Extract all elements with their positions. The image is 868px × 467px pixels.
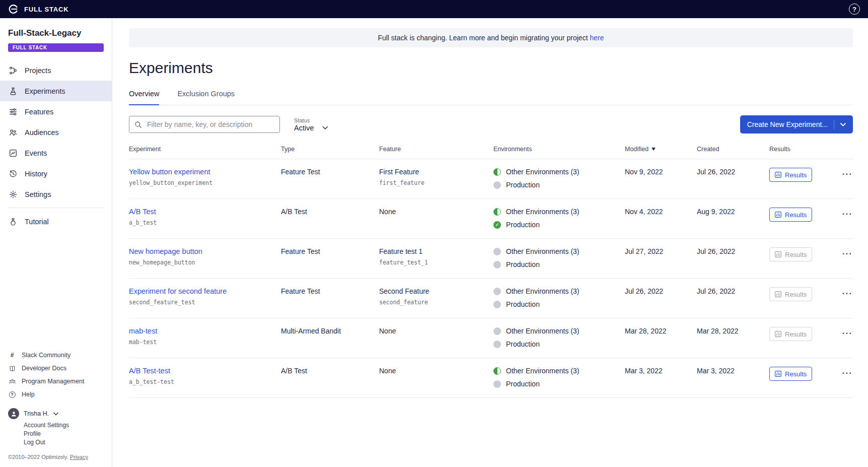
chevron-down-icon (840, 123, 846, 126)
experiment-name-link[interactable]: Experiment for second feature (129, 287, 227, 295)
column-header-feature[interactable]: Feature (379, 146, 493, 153)
projects-icon (8, 65, 18, 76)
experiment-type: Feature Test (281, 168, 379, 176)
help-icon[interactable]: ? (849, 4, 860, 15)
audiences-people-icon (8, 127, 18, 138)
privacy-link[interactable]: Privacy (70, 454, 88, 460)
sidebar-item-audiences[interactable]: Audiences (0, 122, 112, 143)
created-date: Aug 9, 2022 (697, 208, 769, 216)
sidebar-item-settings[interactable]: Settings (0, 184, 112, 205)
created-date: Jul 26, 2022 (697, 287, 769, 295)
feature-key: feature_test_1 (379, 259, 493, 266)
other-environments-label: Other Environments (3) (506, 208, 580, 216)
events-chart-icon (8, 148, 18, 158)
modified-date: Mar 28, 2022 (625, 327, 697, 335)
sidebar-item-label: Tutorial (25, 218, 49, 226)
sidebar-item-projects[interactable]: Projects (0, 60, 112, 81)
filter-search-box[interactable] (129, 116, 280, 133)
people-group-icon (8, 377, 16, 385)
created-date: Jul 26, 2022 (697, 247, 769, 255)
results-button[interactable]: Results (769, 287, 812, 301)
row-overflow-menu[interactable]: ⋯ (840, 168, 854, 180)
production-status-icon (493, 380, 501, 388)
avatar (8, 408, 19, 419)
results-button[interactable]: Results (769, 367, 812, 381)
column-header-modified[interactable]: Modified (625, 146, 697, 153)
column-header-experiment[interactable]: Experiment (129, 146, 281, 153)
footer-link-label: Help (22, 391, 35, 398)
sidebar-link-program-management[interactable]: Program Management (0, 375, 112, 388)
tab-exclusion-groups[interactable]: Exclusion Groups (177, 90, 235, 105)
row-overflow-menu[interactable]: ⋯ (840, 208, 854, 220)
sidebar-item-tutorial[interactable]: Tutorial (0, 211, 112, 232)
bar-chart-icon (775, 331, 781, 337)
sidebar-item-events[interactable]: Events (0, 143, 112, 163)
sidebar-item-label: Events (25, 149, 47, 157)
production-label: Production (506, 181, 540, 189)
footer-link-label: Program Management (22, 378, 84, 385)
experiment-name-link[interactable]: A/B Test (129, 208, 156, 216)
results-button[interactable]: Results (769, 168, 812, 182)
experiment-name-link[interactable]: Yellow button experiment (129, 168, 210, 176)
filter-input[interactable] (146, 120, 274, 129)
user-menu[interactable]: Trisha H. (8, 408, 104, 419)
production-status-icon (493, 341, 501, 348)
feature-name: Second Feature (379, 287, 493, 295)
logout-link[interactable]: Log Out (24, 438, 104, 447)
experiment-key: a_b_test (129, 219, 281, 226)
settings-gear-icon (8, 189, 18, 199)
experiment-type: Feature Test (281, 287, 379, 295)
sidebar-item-features[interactable]: Features (0, 101, 112, 122)
sidebar-item-label: Features (25, 108, 53, 116)
column-header-type[interactable]: Type (281, 146, 379, 153)
experiment-type: A/B Test (281, 367, 379, 375)
feature-key: first_feature (379, 179, 493, 186)
sidebar-link-developer-docs[interactable]: Developer Docs (0, 362, 112, 375)
brand-label: FULL STACK (24, 6, 68, 13)
feature-name: First Feature (379, 168, 493, 176)
modified-date: Jul 26, 2022 (625, 287, 697, 295)
row-overflow-menu[interactable]: ⋯ (840, 367, 854, 379)
page-title: Experiments (129, 59, 853, 77)
column-header-environments[interactable]: Environments (493, 146, 625, 153)
sidebar-item-label: Projects (25, 66, 51, 75)
row-overflow-menu[interactable]: ⋯ (840, 287, 854, 299)
status-value: Active (294, 124, 314, 132)
profile-link[interactable]: Profile (24, 430, 104, 438)
sidebar-item-history[interactable]: History (0, 163, 112, 184)
results-button[interactable]: Results (769, 247, 812, 261)
footer-link-label: Developer Docs (22, 365, 66, 372)
sidebar-item-label: Audiences (25, 128, 59, 137)
experiment-type: Multi-Armed Bandit (281, 327, 379, 335)
modified-date: Jul 27, 2022 (625, 247, 697, 255)
table-header: Experiment Type Feature Environments Mod… (129, 139, 853, 159)
migration-banner: Full stack is changing. Learn more and b… (129, 28, 853, 47)
tab-overview[interactable]: Overview (129, 90, 159, 105)
create-new-experiment-button[interactable]: Create New Experiment... (740, 115, 853, 134)
column-header-results[interactable]: Results (769, 146, 840, 153)
experiment-name-link[interactable]: A/B Test-test (129, 367, 170, 375)
experiments-flask-icon (8, 86, 18, 96)
row-overflow-menu[interactable]: ⋯ (840, 327, 854, 339)
account-settings-link[interactable]: Account Settings (24, 421, 104, 430)
row-overflow-menu[interactable]: ⋯ (840, 247, 854, 259)
other-environments-status-icon (493, 168, 501, 176)
table-row: mab-test mab-test Multi-Armed Bandit Non… (129, 318, 853, 358)
sidebar-link-help[interactable]: ? Help (0, 388, 112, 401)
results-button[interactable]: Results (769, 327, 812, 341)
banner-here-link[interactable]: here (590, 34, 604, 42)
column-header-created[interactable]: Created (697, 146, 769, 153)
experiment-name-link[interactable]: New homepage button (129, 247, 202, 255)
bar-chart-icon (775, 251, 781, 257)
production-status-icon (493, 261, 501, 269)
other-environments-label: Other Environments (3) (506, 247, 580, 255)
status-dropdown[interactable]: Status Active (294, 117, 328, 132)
feature-name: None (379, 367, 493, 375)
project-name: Full-Stack-Legacy (0, 28, 112, 38)
sidebar-item-experiments[interactable]: Experiments (0, 81, 112, 101)
modified-date: Mar 3, 2022 (625, 367, 697, 375)
experiment-name-link[interactable]: mab-test (129, 327, 157, 335)
results-button[interactable]: Results (769, 208, 812, 222)
sidebar-link-slack-community[interactable]: # Slack Community (0, 349, 112, 362)
table-body: Yellow button experiment yellow_button_e… (129, 159, 853, 398)
